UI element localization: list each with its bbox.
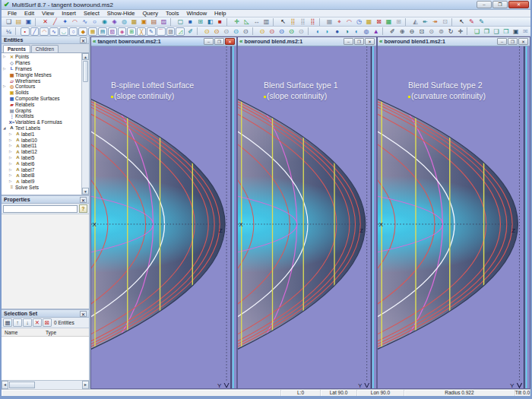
tree-item-label10[interactable]: ▷ A label10 — [2, 137, 81, 143]
menu-help[interactable]: Help — [211, 10, 230, 17]
viewport-titlebar[interactable]: « tangent bowround.ms2:1 ‒ ❐ ✕ — [91, 37, 236, 46]
tree-item-points[interactable]: ▷ ✕ Points — [2, 54, 81, 60]
insert-line-icon[interactable]: ╱ — [30, 27, 40, 36]
tree-item-label6[interactable]: ▷ A label6 — [2, 160, 81, 166]
select-arrow-icon[interactable]: ↖ — [278, 17, 288, 26]
display-ring-icon[interactable]: ◍ — [362, 27, 372, 36]
show-all-bulb-icon[interactable]: ʘ — [202, 27, 212, 36]
arc-tool-icon[interactable]: ◠ — [70, 17, 80, 26]
menu-tools[interactable]: Tools — [162, 10, 183, 17]
view-forward-icon[interactable]: ↠ — [430, 17, 440, 26]
menu-select[interactable]: Select — [80, 10, 103, 17]
expand-arrow-icon[interactable]: ▷ — [3, 67, 8, 71]
insert-arc-icon[interactable]: ◠ — [40, 27, 49, 36]
grid-icon[interactable]: ▦ — [325, 17, 334, 26]
toolbar-separator[interactable] — [405, 18, 409, 26]
snap-curve-icon[interactable]: ◠ — [344, 17, 354, 26]
zoom-previous-icon[interactable]: ⊙ — [426, 27, 436, 36]
edit-pen-icon[interactable]: ✎ — [467, 17, 477, 26]
insert-projected-icon[interactable]: ✎ — [147, 27, 156, 36]
tree-item-triangle-meshes[interactable]: ▦ Triangle Meshes — [2, 71, 81, 78]
expand-arrow-icon[interactable]: ▷ — [9, 168, 14, 172]
tree-item-wireframes[interactable]: ▱ Wireframes — [2, 78, 81, 84]
tree-item-relabels[interactable]: ▰ Relabels — [2, 101, 81, 107]
distance-icon[interactable]: ↔ — [252, 17, 261, 26]
tree-item-label1[interactable]: ▷ A label1 — [2, 131, 81, 137]
wireframe-view-icon[interactable]: ▢ — [176, 17, 185, 26]
display-cone-icon[interactable]: ▲ — [371, 27, 381, 36]
contour-tool-icon[interactable]: ▤ — [149, 17, 159, 26]
tree-item-text-labels[interactable]: ◢ A Text Labels — [2, 125, 81, 131]
display-half-icon[interactable]: ◑ — [342, 27, 352, 36]
insert-spline-icon[interactable]: ∿ — [49, 27, 59, 36]
toolbar-separator[interactable] — [226, 18, 230, 26]
zoom-in-icon[interactable]: ⊕ — [397, 27, 407, 36]
view-back-icon[interactable]: ↞ — [420, 17, 430, 26]
tree-item-contours[interactable]: ▷ ◎ Contours — [2, 84, 81, 90]
visibility-points-icon[interactable]: ʘ — [258, 27, 268, 36]
pan-pen-icon[interactable]: ✐ — [388, 27, 397, 36]
insert-surface-icon[interactable]: ▦ — [88, 27, 97, 36]
viewport-titlebar[interactable]: « bowround blend.ms2:1 ‒ ❐ ✕ — [238, 37, 376, 46]
measure-icon[interactable]: ◺ — [242, 17, 252, 26]
surface-tool-icon[interactable]: ▦ — [129, 17, 139, 26]
scroll-left-icon[interactable]: ◄ — [2, 381, 8, 389]
insert-magnet-icon[interactable]: ◆ — [78, 27, 87, 36]
scroll-thumb[interactable] — [83, 61, 88, 82]
zoom-out-icon[interactable]: ⊖ — [407, 27, 417, 36]
expand-arrow-icon[interactable]: ◢ — [3, 126, 8, 130]
shaded-view-icon[interactable]: ■ — [185, 17, 195, 26]
units-icon[interactable]: ¼ — [4, 27, 14, 36]
close-icon[interactable]: ✕ — [80, 37, 87, 43]
snap-grid-icon[interactable]: ▦ — [364, 17, 374, 26]
menu-file[interactable]: File — [4, 10, 21, 17]
snap-node-icon[interactable]: ⌖ — [334, 17, 344, 26]
tree-item-label11[interactable]: ▷ A label11 — [2, 143, 81, 149]
toolbar-separator[interactable] — [35, 18, 39, 26]
menu-view[interactable]: View — [38, 10, 58, 17]
scroll-up-icon[interactable]: ▲ — [82, 53, 89, 60]
expand-arrow-icon[interactable]: ▷ — [9, 173, 14, 177]
clipboard-icon[interactable]: ▥ — [261, 17, 271, 26]
visibility-curves-icon[interactable]: ʘ — [268, 27, 277, 36]
3d-canvas[interactable]: Blend Surface type 2 (curvature continui… — [378, 46, 530, 388]
visibility-grid-icon[interactable]: ʘ — [296, 27, 306, 36]
list-view-icon[interactable]: ▦ — [3, 318, 12, 327]
insert-patch-icon[interactable]: ▨ — [166, 27, 176, 36]
tree-item-graphs[interactable]: ▤ Graphs — [2, 107, 81, 113]
expand-arrow-icon[interactable]: ▷ — [9, 144, 14, 147]
snap-off-icon[interactable]: ⊞ — [394, 17, 404, 26]
restore-button[interactable]: ❐ — [492, 1, 508, 8]
insert-triangle-icon[interactable]: ◿ — [176, 27, 185, 36]
insert-swept-icon[interactable]: ▧ — [108, 27, 117, 36]
layer-flat-icon[interactable]: ▣ — [511, 27, 521, 36]
tree-item-label5[interactable]: ▷ A label5 — [2, 155, 81, 161]
insert-circle-icon[interactable]: ○ — [69, 27, 78, 36]
insert-blend-icon[interactable]: ◈ — [118, 27, 127, 36]
point-tool-icon[interactable]: ✕ — [40, 17, 50, 26]
hide-all-bulb-icon[interactable]: ʘ — [241, 27, 251, 36]
tab-parents[interactable]: Parents — [3, 45, 30, 52]
tree-item-label8[interactable]: ▷ A label8 — [2, 173, 81, 179]
snap-time-icon[interactable]: ◷ — [354, 17, 364, 26]
annotate-pen-icon[interactable]: ✎ — [477, 17, 486, 26]
expand-arrow-icon[interactable]: ▷ — [9, 162, 14, 166]
toolbar-separator[interactable] — [467, 27, 470, 35]
render-view-icon[interactable]: ■ — [215, 17, 225, 26]
expand-arrow-icon[interactable]: ▷ — [9, 138, 14, 142]
ring-tool-icon[interactable]: ◍ — [119, 17, 129, 26]
new-file-icon[interactable]: ❏ — [4, 17, 14, 26]
display-solid-icon[interactable]: ● — [332, 27, 342, 36]
perspective-view-icon[interactable]: ◧ — [205, 17, 215, 26]
zoom-all-icon[interactable]: ⊚ — [436, 27, 446, 36]
send-mail-icon[interactable]: ✉ — [521, 27, 530, 36]
remove-entity-icon[interactable]: ✕ — [33, 318, 42, 327]
expand-arrow-icon[interactable]: ▷ — [3, 84, 8, 88]
menu-window[interactable]: Window — [182, 10, 211, 17]
menu-edit[interactable]: Edit — [21, 10, 38, 17]
tab-children[interactable]: Children — [31, 45, 59, 52]
close-icon[interactable]: ✕ — [80, 197, 87, 203]
restore-button[interactable]: ❐ — [354, 38, 364, 45]
layer-group-icon[interactable]: ❒ — [502, 27, 511, 36]
restore-button[interactable]: ❐ — [214, 38, 224, 45]
